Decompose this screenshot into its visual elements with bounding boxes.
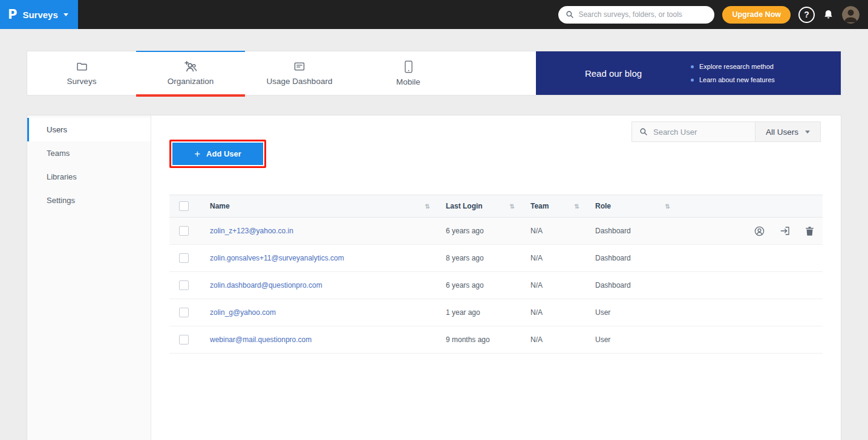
organization-panel: Users Teams Libraries Settings All Users… (27, 115, 841, 440)
user-filter-dropdown[interactable]: All Users (755, 121, 821, 142)
blog-bullet: Explore research method (691, 63, 775, 70)
team-value: N/A (530, 308, 543, 317)
last-login-value: 8 years ago (446, 254, 484, 262)
bullet-dot-icon (691, 65, 694, 68)
user-row: zolin_g@yahoo.com 1 year ago N/A User (169, 299, 823, 326)
tab-usage-dashboard[interactable]: Usage Dashboard (245, 51, 354, 95)
users-content: All Users + Add User Name⇅ Last Login⇅ T… (151, 115, 841, 440)
column-header-role[interactable]: Role (595, 202, 611, 210)
search-icon (566, 10, 574, 19)
question-mark-icon: ? (804, 10, 809, 19)
trash-icon (805, 226, 814, 236)
role-value: Dashboard (595, 227, 631, 235)
team-value: N/A (530, 254, 543, 262)
tab-label: Mobile (396, 77, 420, 86)
tab-label: Usage Dashboard (267, 77, 333, 86)
sign-in-icon (780, 225, 791, 236)
user-name-link[interactable]: zolin.gonsalves+11@surveyanalytics.com (210, 254, 344, 262)
user-name-link[interactable]: webinar@mail.questionpro.com (210, 335, 312, 344)
table-header-row: Name⇅ Last Login⇅ Team⇅ Role⇅ (169, 195, 823, 218)
add-people-icon (183, 60, 198, 73)
chevron-down-icon (64, 13, 68, 16)
login-as-user-button[interactable] (754, 225, 765, 237)
select-all-checkbox[interactable] (179, 201, 189, 211)
notifications-button[interactable] (823, 9, 834, 21)
user-row: zolin_z+123@yahoo.co.in 6 years ago N/A … (169, 218, 823, 245)
search-user-input[interactable] (653, 128, 748, 137)
filter-label: All Users (766, 128, 798, 137)
column-header-last-login[interactable]: Last Login (446, 202, 483, 210)
sort-icon[interactable]: ⇅ (425, 203, 430, 210)
help-button[interactable]: ? (798, 7, 815, 23)
topbar: P Surveys Upgrade Now ? (0, 0, 868, 29)
team-value: N/A (530, 227, 543, 235)
tab-label: Surveys (67, 77, 97, 86)
login-as-user-icon (754, 225, 765, 237)
add-user-button[interactable]: + Add User (172, 143, 263, 165)
blog-banner: Read our blog Explore research method Le… (536, 51, 841, 95)
blog-bullet: Learn about new features (691, 76, 775, 83)
row-checkbox[interactable] (179, 226, 189, 236)
product-name: Surveys (22, 10, 57, 20)
last-login-value: 6 years ago (446, 281, 484, 290)
questionpro-logo: P (8, 8, 17, 21)
sidebar-item-libraries[interactable]: Libraries (27, 165, 151, 189)
row-checkbox[interactable] (179, 280, 189, 290)
role-value: User (595, 308, 610, 317)
global-search[interactable] (558, 6, 714, 24)
column-header-team[interactable]: Team (530, 202, 549, 210)
global-search-input[interactable] (578, 10, 707, 19)
tab-label: Organization (168, 77, 214, 86)
role-value: Dashboard (595, 281, 631, 290)
row-checkbox[interactable] (179, 335, 189, 345)
annotation-highlight-box: + Add User (169, 140, 266, 168)
tab-surveys[interactable]: Surveys (27, 51, 136, 95)
folder-icon (76, 60, 88, 73)
sidebar-item-label: Libraries (47, 172, 77, 181)
search-user-box[interactable] (631, 121, 755, 142)
team-value: N/A (530, 281, 543, 290)
sidebar-item-label: Settings (47, 196, 75, 205)
user-row: zolin.gonsalves+11@surveyanalytics.com 8… (169, 245, 823, 272)
blog-title-link[interactable]: Read our blog (536, 68, 691, 79)
last-login-value: 9 months ago (446, 335, 490, 344)
product-switcher[interactable]: P Surveys (0, 0, 78, 29)
sort-icon[interactable]: ⇅ (575, 203, 579, 210)
team-value: N/A (530, 335, 543, 344)
sidebar-item-teams[interactable]: Teams (27, 141, 151, 165)
blog-bullet-list: Explore research method Learn about new … (691, 63, 775, 83)
blog-bullet-text: Explore research method (699, 63, 774, 70)
users-table: Name⇅ Last Login⇅ Team⇅ Role⇅ zolin_z+12… (169, 195, 823, 354)
add-user-label: Add User (206, 149, 241, 158)
org-sidebar: Users Teams Libraries Settings (27, 115, 151, 440)
sign-in-button[interactable] (780, 225, 791, 236)
last-login-value: 6 years ago (446, 227, 484, 235)
sidebar-item-users[interactable]: Users (27, 118, 151, 141)
tab-organization[interactable]: Organization (136, 51, 245, 95)
user-name-link[interactable]: zolin.dashboard@questionpro.com (210, 281, 322, 290)
blog-bullet-text: Learn about new features (699, 76, 775, 83)
delete-user-button[interactable] (805, 226, 814, 236)
user-row: webinar@mail.questionpro.com 9 months ag… (169, 326, 823, 354)
user-name-link[interactable]: zolin_g@yahoo.com (210, 308, 276, 317)
user-name-link[interactable]: zolin_z+123@yahoo.co.in (210, 227, 293, 235)
bullet-dot-icon (691, 79, 694, 82)
mobile-phone-icon (404, 60, 413, 73)
chevron-down-icon (805, 131, 810, 134)
upgrade-now-button[interactable]: Upgrade Now (722, 6, 791, 24)
role-value: User (595, 335, 610, 344)
column-header-name[interactable]: Name (210, 202, 230, 210)
sidebar-item-settings[interactable]: Settings (27, 189, 151, 212)
topbar-right: Upgrade Now ? (558, 6, 868, 24)
dashboard-icon (293, 60, 306, 73)
sidebar-item-label: Teams (47, 149, 70, 158)
row-checkbox[interactable] (179, 253, 189, 263)
row-checkbox[interactable] (179, 308, 189, 317)
search-icon (639, 128, 648, 136)
avatar[interactable] (842, 6, 860, 24)
tab-mobile[interactable]: Mobile (354, 51, 463, 95)
bell-icon (823, 9, 834, 21)
sort-icon[interactable]: ⇅ (665, 203, 670, 210)
last-login-value: 1 year ago (446, 308, 480, 317)
sort-icon[interactable]: ⇅ (510, 203, 515, 210)
